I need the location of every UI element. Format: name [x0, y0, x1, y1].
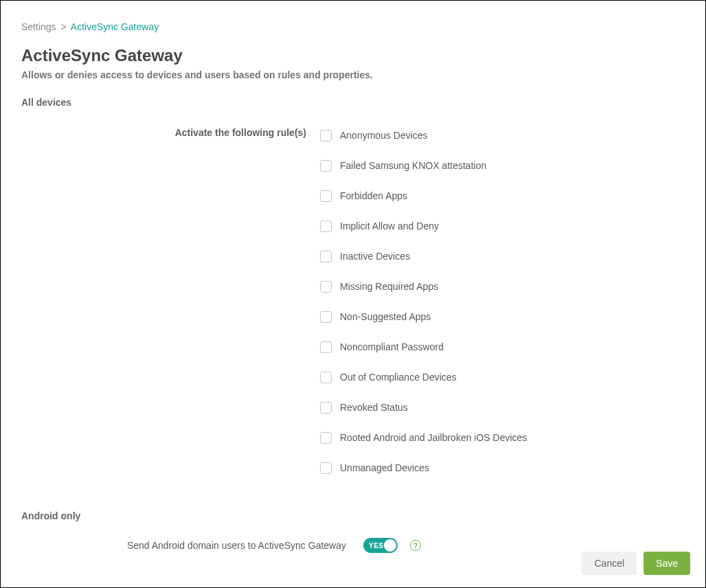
rule-item: Non-Suggested Apps [320, 302, 685, 332]
rule-item: Missing Required Apps [320, 271, 685, 302]
breadcrumb: Settings > ActiveSync Gateway [21, 21, 685, 32]
rule-item: Rooted Android and Jailbroken iOS Device… [320, 422, 685, 453]
rule-label: Implicit Allow and Deny [340, 220, 439, 231]
rules-label: Activate the following rule(s) [175, 127, 306, 138]
section-android-only-header: Android only [21, 510, 685, 521]
checkbox-failed-knox[interactable] [320, 160, 332, 172]
rule-item: Implicit Allow and Deny [320, 211, 685, 241]
cancel-button[interactable]: Cancel [582, 552, 637, 575]
checkbox-non-suggested-apps[interactable] [320, 311, 332, 323]
rule-label: Failed Samsung KNOX attestation [340, 160, 486, 171]
breadcrumb-root[interactable]: Settings [21, 21, 56, 32]
checkbox-noncompliant-password[interactable] [320, 341, 332, 353]
breadcrumb-separator: > [60, 21, 66, 32]
rule-label: Out of Compliance Devices [340, 372, 457, 383]
checkbox-missing-required-apps[interactable] [320, 281, 332, 293]
rule-item: Out of Compliance Devices [320, 362, 685, 392]
help-icon[interactable]: ? [410, 540, 421, 551]
rule-item: Failed Samsung KNOX attestation [320, 150, 685, 181]
checkbox-unmanaged-devices[interactable] [320, 462, 332, 474]
rule-label: Revoked Status [340, 402, 408, 413]
rule-item: Inactive Devices [320, 241, 685, 271]
page-subtitle: Allows or denies access to devices and u… [21, 69, 685, 80]
checkbox-rooted-jailbroken[interactable] [320, 432, 332, 444]
rules-list: Anonymous Devices Failed Samsung KNOX at… [320, 120, 685, 483]
rule-item: Forbidden Apps [320, 181, 685, 211]
checkbox-implicit-allow-deny[interactable] [320, 220, 332, 232]
rule-label: Anonymous Devices [340, 130, 428, 141]
rule-label: Missing Required Apps [340, 281, 438, 292]
checkbox-out-of-compliance[interactable] [320, 372, 332, 383]
toggle-android-domain-users[interactable]: YES [363, 538, 398, 553]
rule-label: Inactive Devices [340, 251, 410, 262]
rule-label: Forbidden Apps [340, 190, 407, 201]
rule-label: Noncompliant Password [340, 341, 444, 352]
rule-item: Revoked Status [320, 392, 685, 422]
rule-item: Unmanaged Devices [320, 453, 685, 483]
rule-item: Noncompliant Password [320, 332, 685, 362]
rule-label: Unmanaged Devices [340, 462, 429, 473]
section-all-devices-header: All devices [21, 97, 685, 108]
breadcrumb-current[interactable]: ActiveSync Gateway [71, 21, 159, 32]
rule-label: Rooted Android and Jailbroken iOS Device… [340, 432, 527, 443]
rule-item: Anonymous Devices [320, 120, 685, 150]
android-setting-label: Send Android domain users to ActiveSync … [127, 540, 346, 551]
toggle-knob [384, 539, 396, 552]
toggle-label: YES [369, 542, 384, 550]
checkbox-anonymous-devices[interactable] [320, 130, 332, 142]
rule-label: Non-Suggested Apps [340, 311, 431, 322]
save-button[interactable]: Save [644, 552, 690, 575]
page-title: ActiveSync Gateway [21, 46, 685, 65]
checkbox-forbidden-apps[interactable] [320, 190, 332, 202]
checkbox-revoked-status[interactable] [320, 402, 332, 414]
checkbox-inactive-devices[interactable] [320, 251, 332, 262]
